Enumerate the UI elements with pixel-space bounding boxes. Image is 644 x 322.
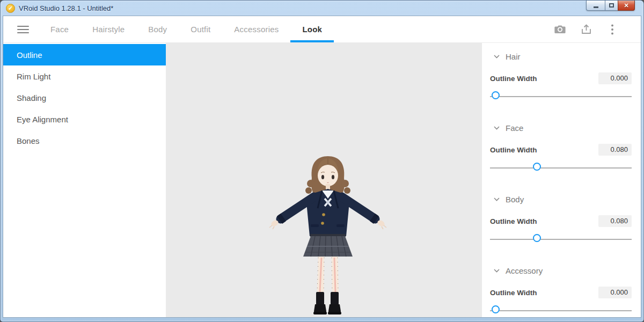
sidebar-item-bones[interactable]: Bones: [3, 130, 166, 151]
outline-parameters-panel: Hair Outline Width 0.000 Face: [482, 43, 641, 317]
sidebar-item-shading[interactable]: Shading: [3, 87, 166, 108]
section-title: Body: [506, 195, 524, 204]
slider-thumb[interactable]: [533, 234, 541, 242]
hamburger-menu-icon[interactable]: [17, 16, 29, 42]
param-label: Outline Width: [490, 146, 537, 154]
sidebar-item-eye-alignment[interactable]: Eye Alignment: [3, 108, 166, 130]
section-body-header[interactable]: Body: [490, 195, 632, 204]
viewport-3d[interactable]: [166, 43, 482, 317]
minimize-icon: [594, 6, 598, 8]
slider-track[interactable]: [490, 310, 632, 311]
outline-width-slider[interactable]: [490, 234, 632, 245]
vroid-app-icon: ✓: [6, 4, 15, 13]
character-model: [166, 43, 479, 317]
section-title: Accessory: [506, 266, 543, 275]
tab-look[interactable]: Look: [290, 16, 334, 42]
section-title: Face: [506, 123, 523, 133]
section-face: Face Outline Width 0.080: [490, 114, 632, 186]
window-titlebar[interactable]: ✓ VRoid Studio 1.28.1 - Untitled* ✕: [3, 1, 641, 16]
outline-width-slider[interactable]: [490, 91, 632, 102]
close-button[interactable]: ✕: [618, 1, 635, 11]
param-label: Outline Width: [490, 75, 537, 83]
minimize-button[interactable]: [586, 1, 605, 11]
maximize-button[interactable]: [605, 1, 618, 11]
kebab-menu-icon[interactable]: [606, 24, 618, 35]
section-body: Body Outline Width 0.080: [490, 186, 632, 257]
section-accessory: Accessory Outline Width 0.000: [490, 257, 632, 317]
section-accessory-header[interactable]: Accessory: [490, 266, 632, 275]
param-label: Outline Width: [490, 289, 537, 297]
camera-icon[interactable]: [554, 24, 566, 35]
look-sidebar: Outline Rim Light Shading Eye Alignment …: [3, 43, 166, 317]
window-title: VRoid Studio 1.28.1 - Untitled*: [19, 4, 113, 12]
chevron-down-icon: [494, 55, 500, 58]
outline-width-value[interactable]: 0.080: [598, 144, 632, 156]
slider-track[interactable]: [490, 96, 632, 97]
maximize-icon: [609, 3, 614, 8]
chevron-down-icon: [494, 126, 500, 130]
outline-width-slider[interactable]: [490, 163, 632, 173]
section-hair-header[interactable]: Hair: [490, 52, 632, 61]
chevron-down-icon: [494, 197, 500, 201]
slider-thumb[interactable]: [492, 305, 500, 313]
main-tabs: Face Hairstyle Body Outfit Accessories L…: [39, 16, 334, 42]
section-face-header[interactable]: Face: [490, 123, 632, 133]
tab-face[interactable]: Face: [39, 16, 80, 42]
tab-body[interactable]: Body: [136, 16, 179, 42]
sidebar-item-outline[interactable]: Outline: [3, 44, 166, 65]
sidebar-item-rim-light[interactable]: Rim Light: [3, 65, 166, 87]
section-hair: Hair Outline Width 0.000: [490, 43, 632, 114]
section-title: Hair: [506, 52, 521, 61]
param-label: Outline Width: [490, 217, 537, 225]
outline-width-value[interactable]: 0.000: [598, 72, 632, 84]
slider-track[interactable]: [490, 239, 632, 240]
outline-width-value[interactable]: 0.000: [598, 287, 632, 298]
chevron-down-icon: [494, 269, 500, 273]
slider-thumb[interactable]: [533, 163, 541, 171]
tab-accessories[interactable]: Accessories: [222, 16, 290, 42]
tab-outfit[interactable]: Outfit: [179, 16, 222, 42]
export-icon[interactable]: [580, 24, 592, 35]
slider-thumb[interactable]: [492, 91, 500, 99]
app-window: ✓ VRoid Studio 1.28.1 - Untitled* ✕ Face…: [0, 0, 644, 322]
tab-hairstyle[interactable]: Hairstyle: [80, 16, 136, 42]
outline-width-slider[interactable]: [490, 305, 632, 316]
top-navbar: Face Hairstyle Body Outfit Accessories L…: [3, 16, 641, 43]
slider-track[interactable]: [490, 167, 632, 169]
outline-width-value[interactable]: 0.080: [598, 215, 632, 227]
